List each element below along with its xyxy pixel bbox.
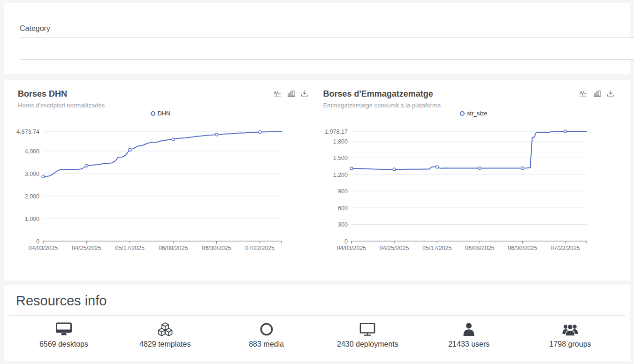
display-icon xyxy=(359,322,376,336)
chart-borses-dhn: Borses DHN Hores d'escriptori normalitza… xyxy=(4,80,317,281)
category-label: Category xyxy=(20,24,50,33)
chart-title: Borses d'Emmagatzematge xyxy=(323,88,441,99)
svg-text:06/30/2025: 06/30/2025 xyxy=(508,245,537,251)
legend-marker-icon xyxy=(460,111,465,116)
svg-text:05/17/2025: 05/17/2025 xyxy=(115,245,145,251)
stat-label: 1798 groups xyxy=(550,340,591,349)
svg-text:04/03/2025: 04/03/2025 xyxy=(29,245,58,251)
svg-text:1,000: 1,000 xyxy=(25,216,39,222)
stat-label: 4829 templates xyxy=(139,340,191,349)
svg-text:07/22/2025: 07/22/2025 xyxy=(550,245,580,251)
download-icon[interactable] xyxy=(301,90,309,97)
line-chart-icon[interactable] xyxy=(580,90,588,97)
svg-text:3,000: 3,000 xyxy=(25,171,39,177)
chart-legend[interactable]: DHN xyxy=(4,110,317,117)
chart-title-block: Borses d'Emmagatzematge Emmagatzematge c… xyxy=(323,88,441,109)
stat-item-groups: 1798 groups xyxy=(519,322,621,349)
legend-marker-icon xyxy=(151,111,155,116)
svg-text:1,978.17: 1,978.17 xyxy=(325,129,348,135)
chart-title: Borses DHN xyxy=(18,88,105,99)
stat-item-templates: 4829 templates xyxy=(115,322,216,349)
chart-header: Borses DHN Hores d'escriptori normalitza… xyxy=(4,80,317,109)
svg-text:06/08/2025: 06/08/2025 xyxy=(465,245,495,251)
category-select[interactable] xyxy=(20,38,634,60)
desktop-icon xyxy=(55,322,72,336)
circle-icon xyxy=(258,322,275,336)
svg-text:04/25/2025: 04/25/2025 xyxy=(379,245,409,251)
stat-item-users: 21433 users xyxy=(418,322,519,349)
line-chart-plot[interactable]: 01,0002,0003,0004,0004,873.7404/03/20250… xyxy=(4,119,317,255)
svg-text:05/17/2025: 05/17/2025 xyxy=(422,245,451,251)
stat-label: 21433 users xyxy=(448,340,489,349)
svg-text:04/25/2025: 04/25/2025 xyxy=(72,245,101,251)
chart-toolbox xyxy=(274,88,309,97)
legend-label: DHN xyxy=(158,110,170,117)
stat-label: 6569 desktops xyxy=(39,340,88,349)
charts-card: Borses DHN Hores d'escriptori normalitza… xyxy=(4,80,630,281)
line-chart-plot[interactable]: 03006009001,2001,5001,8001,978.1704/03/2… xyxy=(317,119,631,255)
legend-label: str_size xyxy=(467,110,487,117)
chart-subtitle: Emmagatzematge consumit a la plataforma xyxy=(323,102,441,109)
svg-text:07/22/2025: 07/22/2025 xyxy=(245,245,275,251)
chart-toolbox xyxy=(580,88,615,97)
chart-borses-emmagatzematge: Borses d'Emmagatzematge Emmagatzematge c… xyxy=(317,80,631,281)
svg-text:0: 0 xyxy=(344,238,348,245)
svg-text:900: 900 xyxy=(338,188,348,195)
svg-text:4,000: 4,000 xyxy=(25,148,39,155)
svg-text:1,500: 1,500 xyxy=(333,155,347,161)
stat-item-desktops: 6569 desktops xyxy=(13,322,115,349)
bar-chart-icon[interactable] xyxy=(287,90,295,97)
stat-item-deployments: 2430 deployments xyxy=(317,322,418,349)
resources-card: Resources info 6569 desktops 4829 templa… xyxy=(4,285,630,361)
svg-text:1,200: 1,200 xyxy=(333,172,347,178)
chart-legend[interactable]: str_size xyxy=(317,110,631,117)
users-icon xyxy=(562,322,579,336)
svg-text:04/03/2025: 04/03/2025 xyxy=(336,245,366,251)
svg-text:4,873.74: 4,873.74 xyxy=(16,129,39,135)
download-icon[interactable] xyxy=(607,90,615,97)
stats-row: 6569 desktops 4829 templates 883 media xyxy=(4,316,630,349)
svg-text:600: 600 xyxy=(338,205,348,212)
svg-text:06/08/2025: 06/08/2025 xyxy=(159,245,188,251)
chart-title-block: Borses DHN Hores d'escriptori normalitza… xyxy=(18,88,105,109)
stat-label: 883 media xyxy=(249,340,284,349)
dashboard-page: Category Borses DHN Hores d'escriptori n… xyxy=(0,0,634,364)
filter-card: Category xyxy=(4,3,630,74)
user-icon xyxy=(460,322,477,336)
chart-subtitle: Hores d'escriptori normalitzades xyxy=(18,102,105,109)
stat-label: 2430 deployments xyxy=(337,340,398,349)
bar-chart-icon[interactable] xyxy=(593,90,601,97)
svg-text:06/30/2025: 06/30/2025 xyxy=(202,245,231,251)
svg-text:0: 0 xyxy=(36,238,39,245)
line-chart-icon[interactable] xyxy=(274,90,282,97)
stat-item-media: 883 media xyxy=(216,322,317,349)
chart-header: Borses d'Emmagatzematge Emmagatzematge c… xyxy=(317,80,631,109)
svg-text:300: 300 xyxy=(338,221,348,228)
svg-text:1,800: 1,800 xyxy=(333,138,347,145)
svg-text:2,000: 2,000 xyxy=(25,193,39,200)
resources-title: Resources info xyxy=(4,285,630,309)
cubes-icon xyxy=(157,322,174,336)
